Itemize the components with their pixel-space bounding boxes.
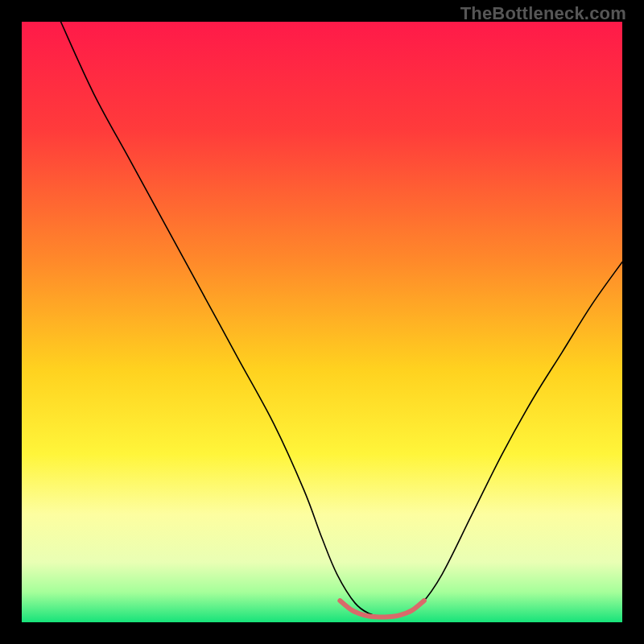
watermark-text: TheBottleneck.com: [460, 3, 626, 24]
chart-frame: TheBottleneck.com: [0, 0, 644, 644]
plot-area: [22, 22, 622, 622]
chart-background: [22, 22, 622, 622]
chart-svg: [22, 22, 622, 622]
